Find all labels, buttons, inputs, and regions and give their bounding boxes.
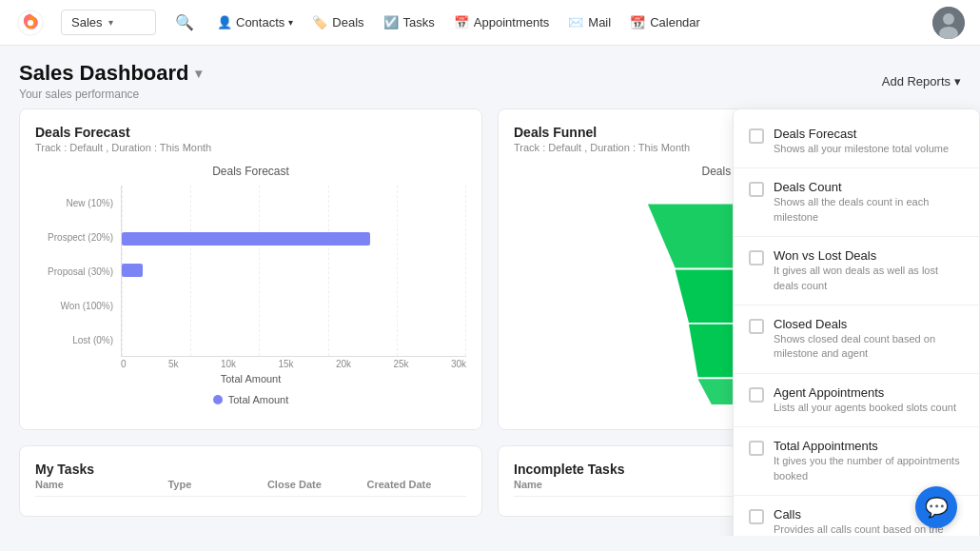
chart-legend: Total Amount bbox=[35, 394, 466, 405]
dropdown-item-desc-5: It gives you the number of appointments … bbox=[774, 454, 964, 483]
dropdown-checkbox-4[interactable] bbox=[749, 387, 764, 403]
my-tasks-title: My Tasks bbox=[35, 462, 466, 477]
add-reports-chevron: ▾ bbox=[954, 74, 961, 89]
dropdown-item-desc-1: Shows all the deals count in each milest… bbox=[774, 195, 964, 225]
dropdown-item-title-1: Deals Count bbox=[774, 180, 964, 194]
page-title: Sales Dashboard ▾ bbox=[19, 61, 202, 86]
page-subtitle: Your sales performance bbox=[19, 88, 202, 101]
topbar: Sales ▾ 🔍 👤 Contacts ▾ 🏷️ Deals ☑️ Tasks… bbox=[0, 0, 980, 46]
svg-point-1 bbox=[28, 19, 33, 25]
x-label-20k: 20k bbox=[336, 359, 351, 369]
bar-new bbox=[122, 197, 466, 218]
col-type: Type bbox=[167, 479, 267, 490]
nav-deals[interactable]: 🏷️ Deals bbox=[312, 15, 363, 30]
y-label-new: New (10%) bbox=[35, 198, 113, 208]
nav-mail[interactable]: ✉️ Mail bbox=[568, 15, 611, 30]
calendar-label: Calendar bbox=[650, 15, 700, 30]
y-label-lost: Lost (0%) bbox=[35, 335, 113, 345]
search-button[interactable]: 🔍 bbox=[171, 10, 198, 35]
col-name: Name bbox=[35, 479, 167, 490]
dropdown-checkbox-3[interactable] bbox=[749, 319, 764, 334]
bar-proposal bbox=[122, 260, 466, 281]
appointments-label: Appointments bbox=[474, 15, 550, 30]
title-chevron[interactable]: ▾ bbox=[195, 66, 202, 81]
logo[interactable] bbox=[15, 8, 46, 38]
dropdown-item-4[interactable]: Agent Appointments Lists all your agents… bbox=[734, 376, 979, 424]
dropdown-item-1[interactable]: Deals Count Shows all the deals count in… bbox=[734, 170, 979, 234]
contacts-icon: 👤 bbox=[217, 15, 232, 30]
y-label-proposal: Proposal (30%) bbox=[35, 266, 113, 277]
tasks-label: Tasks bbox=[403, 15, 435, 30]
nav-tasks[interactable]: ☑️ Tasks bbox=[383, 15, 435, 30]
contacts-label: Contacts bbox=[236, 15, 284, 30]
x-label-10k: 10k bbox=[221, 359, 236, 369]
dropdown-divider-4 bbox=[734, 426, 979, 427]
deals-icon: 🏷️ bbox=[312, 15, 327, 30]
dropdown-divider-0 bbox=[734, 167, 979, 168]
dropdown-checkbox-1[interactable] bbox=[749, 182, 764, 197]
mail-icon: ✉️ bbox=[568, 15, 583, 30]
deals-forecast-chart-title: Deals Forecast bbox=[35, 165, 466, 178]
dropdown-item-desc-3: Shows closed deal count based on milesto… bbox=[774, 332, 964, 362]
sales-dropdown-chevron: ▾ bbox=[108, 17, 113, 28]
nav-appointments[interactable]: 📅 Appointments bbox=[454, 15, 550, 30]
chat-button[interactable]: 💬 bbox=[915, 486, 957, 528]
col-created-date: Created Date bbox=[366, 479, 466, 490]
dropdown-item-title-0: Deals Forecast bbox=[774, 127, 949, 141]
chat-icon: 💬 bbox=[925, 496, 949, 519]
dropdown-item-3[interactable]: Closed Deals Shows closed deal count bas… bbox=[734, 307, 979, 371]
dropdown-item-desc-0: Shows all your milestone total volume bbox=[774, 142, 949, 156]
dropdown-item-title-4: Agent Appointments bbox=[774, 385, 956, 400]
sales-dropdown-text: Sales bbox=[71, 15, 103, 30]
dropdown-divider-1 bbox=[734, 236, 979, 237]
main-content: Deals Forecast Track : Default , Duratio… bbox=[0, 108, 980, 536]
nav-calendar[interactable]: 📆 Calendar bbox=[630, 15, 700, 30]
x-label-30k: 30k bbox=[451, 359, 466, 369]
nav-contacts[interactable]: 👤 Contacts ▾ bbox=[217, 15, 293, 30]
dropdown-checkbox-6[interactable] bbox=[749, 509, 764, 524]
x-axis-title: Total Amount bbox=[35, 373, 466, 384]
dropdown-checkbox-0[interactable] bbox=[749, 128, 764, 144]
my-tasks-table-header: Name Type Close Date Created Date bbox=[35, 479, 466, 497]
dropdown-item-title-2: Won vs Lost Deals bbox=[774, 248, 964, 263]
page-header: Sales Dashboard ▾ Your sales performance… bbox=[0, 46, 980, 108]
x-label-0: 0 bbox=[121, 359, 127, 369]
page-title-area: Sales Dashboard ▾ Your sales performance bbox=[19, 61, 202, 101]
legend-text: Total Amount bbox=[228, 394, 289, 405]
add-reports-label: Add Reports bbox=[882, 74, 951, 89]
contacts-chevron: ▾ bbox=[288, 17, 293, 28]
sales-dropdown[interactable]: Sales ▾ bbox=[61, 10, 156, 35]
bar-lost bbox=[122, 324, 466, 344]
x-label-5k: 5k bbox=[168, 359, 179, 369]
y-label-prospect: Prospect (20%) bbox=[35, 232, 113, 243]
bar-won bbox=[122, 292, 466, 313]
dropdown-divider-2 bbox=[734, 305, 979, 305]
legend-dot bbox=[213, 395, 223, 404]
deals-forecast-card: Deals Forecast Track : Default , Duratio… bbox=[19, 108, 482, 430]
add-reports-button[interactable]: Add Reports ▾ bbox=[882, 74, 961, 89]
dropdown-item-desc-4: Lists all your agents booked slots count bbox=[774, 401, 956, 415]
main-nav: 👤 Contacts ▾ 🏷️ Deals ☑️ Tasks 📅 Appoint… bbox=[217, 15, 700, 30]
y-label-won: Won (100%) bbox=[35, 301, 113, 311]
dropdown-checkbox-2[interactable] bbox=[749, 250, 764, 266]
calendar-icon: 📆 bbox=[630, 15, 645, 30]
dropdown-item-0[interactable]: Deals Forecast Shows all your milestone … bbox=[734, 117, 979, 166]
add-reports-dropdown: Deals Forecast Shows all your milestone … bbox=[733, 108, 980, 536]
user-avatar[interactable] bbox=[932, 7, 965, 39]
bar-prospect bbox=[122, 228, 466, 249]
dropdown-item-title-5: Total Appointments bbox=[774, 439, 964, 453]
dropdown-divider-3 bbox=[734, 373, 979, 374]
dropdown-item-title-3: Closed Deals bbox=[774, 317, 964, 331]
dropdown-item-5[interactable]: Total Appointments It gives you the numb… bbox=[734, 429, 979, 493]
mail-label: Mail bbox=[588, 15, 611, 30]
deals-label: Deals bbox=[332, 15, 363, 30]
my-tasks-card: My Tasks Name Type Close Date Created Da… bbox=[19, 445, 482, 517]
tasks-icon: ☑️ bbox=[383, 15, 399, 30]
col-close-date: Close Date bbox=[267, 479, 367, 490]
deals-forecast-title: Deals Forecast bbox=[35, 125, 466, 140]
x-label-25k: 25k bbox=[393, 359, 408, 369]
appointments-icon: 📅 bbox=[454, 15, 469, 30]
dropdown-item-2[interactable]: Won vs Lost Deals It gives all won deals… bbox=[734, 239, 979, 303]
dropdown-checkbox-5[interactable] bbox=[749, 441, 764, 456]
inc-col-name: Name bbox=[514, 479, 760, 490]
